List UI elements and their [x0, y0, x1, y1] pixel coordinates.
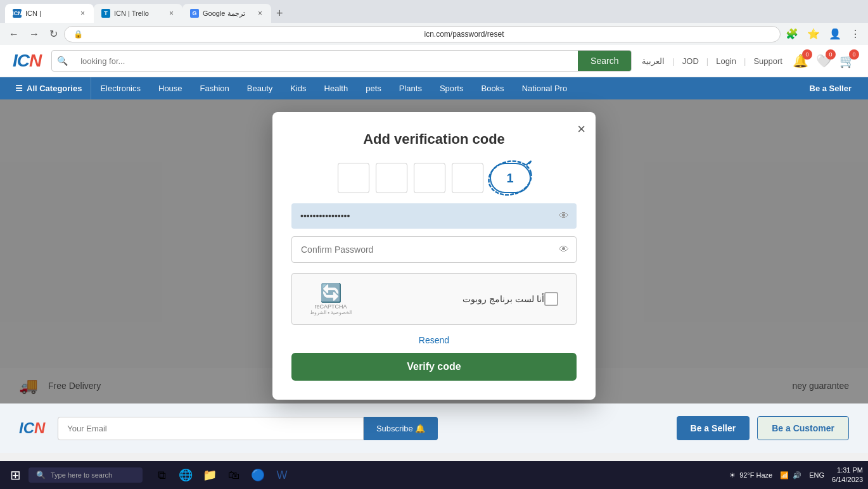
- footer-buttons: Be a Seller Be a Customer: [677, 416, 849, 440]
- login-link[interactable]: Login: [716, 56, 736, 66]
- nav-sports[interactable]: Sports: [431, 77, 473, 99]
- nav-books[interactable]: Books: [472, 77, 513, 99]
- taskbar-search-text: Type here to search: [51, 471, 112, 479]
- code-box-5[interactable]: [490, 163, 531, 193]
- taskbar-task-view[interactable]: ⧉: [150, 464, 173, 486]
- wishlist-badge: 0: [826, 49, 836, 60]
- support-link[interactable]: Support: [753, 56, 782, 66]
- bookmark-button[interactable]: ⭐: [805, 25, 822, 42]
- back-button[interactable]: ←: [5, 26, 23, 42]
- tab-close-trello[interactable]: ×: [168, 8, 175, 19]
- recaptcha-logo: 🔄 reCAPTCHA الخصوصية • الشروط: [310, 283, 352, 315]
- nav-house[interactable]: House: [150, 77, 191, 99]
- code-box-3[interactable]: [414, 163, 445, 193]
- taskbar-chrome[interactable]: 🔵: [246, 464, 269, 486]
- taskbar-clock: 1:31 PM 6/14/2023: [832, 466, 863, 485]
- all-categories-label: All Categories: [27, 84, 82, 93]
- site-logo[interactable]: ICN: [13, 51, 41, 71]
- tab-close-icn[interactable]: ×: [79, 8, 86, 19]
- nav-items: Electronics House Fashion Beauty Kids He…: [91, 77, 799, 99]
- tab-title-icn: ICN |: [25, 10, 75, 17]
- search-button[interactable]: Search: [578, 51, 631, 71]
- code-box-4[interactable]: [452, 163, 483, 193]
- cart-icon[interactable]: 🛒 0: [839, 53, 855, 68]
- divider3: |: [744, 56, 746, 66]
- password-input[interactable]: [291, 203, 577, 229]
- tab-title-translate: Google ترجمة: [203, 10, 253, 18]
- weather-icon: ☀: [729, 471, 736, 479]
- password-toggle-icon[interactable]: 👁: [559, 210, 569, 222]
- footer-bottom: ICN Subscribe 🔔 Be a Seller Be a Custome…: [0, 403, 868, 453]
- code-box-2[interactable]: [376, 163, 407, 193]
- notification-badge: 0: [802, 49, 812, 60]
- email-subscribe-form: Subscribe 🔔: [58, 417, 438, 440]
- taskbar-date-display: 6/14/2023: [832, 475, 863, 485]
- tab-icn[interactable]: ICN ICN | ×: [5, 4, 94, 23]
- address-bar[interactable]: 🔒 icn.com/password/reset: [64, 26, 781, 42]
- be-seller-button[interactable]: Be a Seller: [677, 416, 750, 440]
- taskbar-store[interactable]: 🛍: [222, 464, 245, 486]
- weather-text: 92°F Haze: [739, 471, 772, 479]
- code-box-last-wrapper: [490, 163, 531, 193]
- recaptcha-icon: 🔄: [320, 283, 342, 303]
- modal-overlay: × Add verification code: [0, 99, 868, 403]
- tab-favicon-trello: T: [101, 9, 110, 18]
- network-icon: 📶: [780, 471, 789, 479]
- verify-boxes: [291, 163, 577, 193]
- email-input[interactable]: [58, 417, 364, 440]
- tab-translate[interactable]: G Google ترجمة ×: [182, 4, 271, 23]
- code-box-1[interactable]: [338, 163, 369, 193]
- be-seller-nav[interactable]: Be a Seller: [800, 77, 862, 99]
- confirm-password-input[interactable]: [291, 236, 577, 263]
- verify-button[interactable]: Verify code: [291, 353, 577, 381]
- hamburger-icon: ☰: [15, 84, 23, 93]
- new-tab-button[interactable]: +: [271, 4, 288, 23]
- nav-kids[interactable]: Kids: [281, 77, 315, 99]
- taskbar-edge[interactable]: 🌐: [174, 464, 197, 486]
- browser-chrome: ICN ICN | × T ICN | Trello × G Google تر…: [0, 0, 868, 45]
- system-tray-icons: ☀ 92°F Haze: [729, 471, 772, 479]
- notification-icon[interactable]: 🔔 0: [793, 53, 808, 68]
- resend-link[interactable]: Resend: [291, 335, 577, 345]
- be-customer-button[interactable]: Be a Customer: [757, 416, 849, 440]
- arabic-link[interactable]: العربية: [642, 56, 665, 66]
- divider1: |: [672, 56, 674, 66]
- profile-button[interactable]: 👤: [826, 25, 844, 42]
- tab-trello[interactable]: T ICN | Trello ×: [94, 4, 182, 23]
- nav-electronics[interactable]: Electronics: [91, 77, 150, 99]
- subscribe-button[interactable]: Subscribe 🔔: [364, 417, 438, 440]
- browser-nav-bar: ← → ↻ 🔒 icn.com/password/reset 🧩 ⭐ 👤 ⋮: [0, 23, 868, 45]
- recaptcha-label: أنا لست برنامج روبوت: [352, 294, 544, 304]
- dialog-close-button[interactable]: ×: [577, 121, 585, 137]
- nav-beauty[interactable]: Beauty: [238, 77, 281, 99]
- reload-button[interactable]: ↻: [46, 25, 61, 42]
- taskbar-explorer[interactable]: 📁: [198, 464, 221, 486]
- search-input[interactable]: [73, 51, 578, 71]
- recaptcha-checkbox[interactable]: [544, 292, 558, 306]
- wishlist-icon[interactable]: 🤍 0: [816, 53, 832, 68]
- nav-plants[interactable]: Plants: [390, 77, 431, 99]
- all-categories-button[interactable]: ☰ All Categories: [6, 77, 91, 99]
- dialog-title: Add verification code: [291, 131, 577, 148]
- nav-pets[interactable]: pets: [357, 77, 390, 99]
- address-text: icn.com/password/reset: [424, 30, 772, 39]
- recaptcha-privacy: الخصوصية • الشروط: [310, 310, 352, 315]
- extensions-button[interactable]: 🧩: [783, 25, 801, 42]
- forward-button[interactable]: →: [25, 26, 43, 42]
- nav-health[interactable]: Health: [316, 77, 357, 99]
- taskbar: ⊞ 🔍 Type here to search ⧉ 🌐 📁 🛍 🔵 W ☀ 92…: [0, 461, 868, 489]
- taskbar-word[interactable]: W: [271, 464, 293, 486]
- tab-close-translate[interactable]: ×: [257, 8, 264, 19]
- search-icon: 🔍: [52, 56, 73, 66]
- cart-badge: 0: [849, 49, 859, 60]
- confirm-password-field: 👁: [291, 236, 577, 263]
- tab-bar: ICN ICN | × T ICN | Trello × G Google تر…: [0, 0, 868, 23]
- confirm-password-toggle-icon[interactable]: 👁: [559, 244, 569, 255]
- sys-tray: 📶 🔊: [780, 471, 801, 479]
- menu-button[interactable]: ⋮: [848, 25, 863, 42]
- start-button[interactable]: ⊞: [5, 465, 26, 485]
- verification-dialog: × Add verification code: [272, 112, 596, 400]
- taskbar-search[interactable]: 🔍 Type here to search: [29, 467, 143, 483]
- nav-national-pro[interactable]: National Pro: [513, 77, 577, 99]
- nav-fashion[interactable]: Fashion: [191, 77, 238, 99]
